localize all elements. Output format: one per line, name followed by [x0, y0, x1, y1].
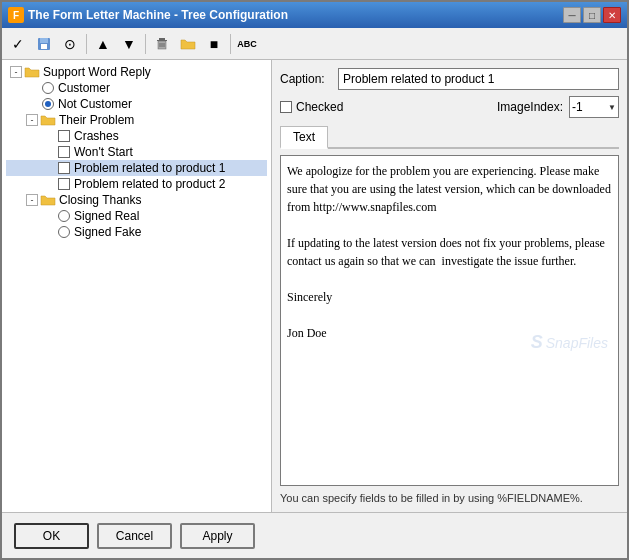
root-expand[interactable]: - [10, 66, 22, 78]
caption-label: Caption: [280, 72, 332, 86]
crashes-label: Crashes [74, 129, 119, 143]
customer-label: Customer [58, 81, 110, 95]
tree-root[interactable]: - Support Word Reply [6, 64, 267, 80]
settings-toolbar-button[interactable]: ⊙ [58, 32, 82, 56]
wont-start-checkbox[interactable] [58, 146, 70, 158]
maximize-button[interactable]: □ [583, 7, 601, 23]
svg-rect-1 [40, 38, 48, 43]
separator-3 [230, 34, 231, 54]
up-toolbar-button[interactable]: ▲ [91, 32, 115, 56]
tree-product2[interactable]: Problem related to product 2 [6, 176, 267, 192]
window-title: The Form Letter Machine - Tree Configura… [28, 8, 288, 22]
tree-wont-start[interactable]: Won't Start [6, 144, 267, 160]
bottom-bar: OK Cancel Apply [2, 512, 627, 558]
options-row: Checked ImageIndex: -1 ▼ [280, 96, 619, 118]
delete-toolbar-button[interactable] [150, 32, 174, 56]
customer-radio[interactable] [42, 82, 54, 94]
root-label: Support Word Reply [43, 65, 151, 79]
text-area-container: We apologize for the problem you are exp… [280, 155, 619, 486]
tab-text[interactable]: Text [280, 126, 328, 149]
folder-toolbar-button[interactable] [176, 32, 200, 56]
tree-panel: - Support Word Reply Customer Not Custom… [2, 60, 272, 512]
tree-customer[interactable]: Customer [6, 80, 267, 96]
minimize-button[interactable]: ─ [563, 7, 581, 23]
signed-fake-label: Signed Fake [74, 225, 141, 239]
right-panel: Caption: Checked ImageIndex: -1 ▼ [272, 60, 627, 512]
product1-checkbox[interactable] [58, 162, 70, 174]
product2-checkbox[interactable] [58, 178, 70, 190]
close-button[interactable]: ✕ [603, 7, 621, 23]
tree-product1[interactable]: Problem related to product 1 [6, 160, 267, 176]
image-index-combo[interactable]: -1 ▼ [569, 96, 619, 118]
combo-arrow-icon: ▼ [608, 103, 616, 112]
separator-2 [145, 34, 146, 54]
separator-1 [86, 34, 87, 54]
down-toolbar-button[interactable]: ▼ [117, 32, 141, 56]
tree-their-problem[interactable]: - Their Problem [6, 112, 267, 128]
check-toolbar-button[interactable]: ✓ [6, 32, 30, 56]
closing-thanks-label: Closing Thanks [59, 193, 142, 207]
their-problem-label: Their Problem [59, 113, 134, 127]
closing-thanks-expand[interactable]: - [26, 194, 38, 206]
main-window: F The Form Letter Machine - Tree Configu… [0, 0, 629, 560]
signed-fake-radio[interactable] [58, 226, 70, 238]
tree-container: - Support Word Reply Customer Not Custom… [2, 60, 271, 244]
tree-crashes[interactable]: Crashes [6, 128, 267, 144]
image-index-label: ImageIndex: [497, 100, 563, 114]
svg-rect-2 [41, 44, 47, 49]
tree-signed-fake[interactable]: Signed Fake [6, 224, 267, 240]
stop-toolbar-button[interactable]: ■ [202, 32, 226, 56]
not-customer-label: Not Customer [58, 97, 132, 111]
product1-label: Problem related to product 1 [74, 161, 225, 175]
ok-button[interactable]: OK [14, 523, 89, 549]
main-textarea[interactable]: We apologize for the problem you are exp… [281, 156, 618, 485]
title-bar: F The Form Letter Machine - Tree Configu… [2, 2, 627, 28]
app-icon: F [8, 7, 24, 23]
tree-signed-real[interactable]: Signed Real [6, 208, 267, 224]
wont-start-label: Won't Start [74, 145, 133, 159]
checked-checkbox[interactable] [280, 101, 292, 113]
their-problem-expand[interactable]: - [26, 114, 38, 126]
signed-real-radio[interactable] [58, 210, 70, 222]
checked-option: Checked [280, 100, 343, 114]
toolbar: ✓ ⊙ ▲ ▼ ■ ABC [2, 28, 627, 60]
checked-label: Checked [296, 100, 343, 114]
tree-closing-thanks[interactable]: - Closing Thanks [6, 192, 267, 208]
signed-real-label: Signed Real [74, 209, 139, 223]
save-toolbar-button[interactable] [32, 32, 56, 56]
hint-text: You can specify fields to be filled in b… [280, 492, 619, 504]
tab-bar: Text [280, 124, 619, 149]
spell-toolbar-button[interactable]: ABC [235, 32, 259, 56]
main-content: - Support Word Reply Customer Not Custom… [2, 60, 627, 512]
caption-input[interactable] [338, 68, 619, 90]
cancel-button[interactable]: Cancel [97, 523, 172, 549]
title-bar-left: F The Form Letter Machine - Tree Configu… [8, 7, 288, 23]
svg-rect-3 [159, 38, 165, 40]
tree-not-customer[interactable]: Not Customer [6, 96, 267, 112]
caption-row: Caption: [280, 68, 619, 90]
not-customer-radio[interactable] [42, 98, 54, 110]
crashes-checkbox[interactable] [58, 130, 70, 142]
product2-label: Problem related to product 2 [74, 177, 225, 191]
window-controls: ─ □ ✕ [563, 7, 621, 23]
image-index-row: ImageIndex: -1 ▼ [497, 96, 619, 118]
apply-button[interactable]: Apply [180, 523, 255, 549]
image-index-value: -1 [572, 100, 583, 114]
